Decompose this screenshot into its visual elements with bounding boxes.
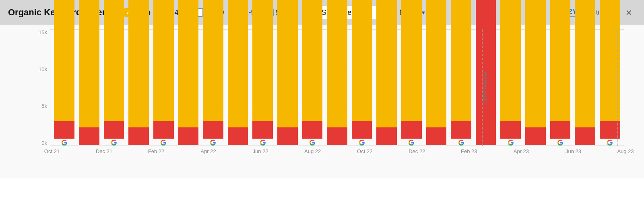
bar-group: [350, 29, 374, 146]
x-label: Oct 22: [353, 148, 376, 154]
bar-stack: [376, 0, 397, 145]
bar-red: [178, 127, 199, 145]
bar-group: [573, 29, 597, 146]
bar-group: [400, 29, 424, 146]
bar-yellow: [277, 0, 298, 127]
close-button[interactable]: ×: [622, 7, 636, 18]
bar-red: [525, 127, 546, 145]
google-icon: [309, 139, 316, 146]
bar-yellow: [500, 0, 521, 121]
bar-stack: [550, 0, 571, 139]
bar-yellow: [550, 0, 571, 121]
bar-yellow: [352, 0, 372, 121]
bar-stack: [302, 0, 323, 139]
y-label-0k: 0k: [28, 140, 50, 146]
bar-yellow: [376, 0, 397, 127]
bar-group: [151, 29, 175, 146]
bar-yellow: [451, 0, 471, 121]
x-label: Oct 21: [41, 148, 63, 154]
bar-red: [550, 121, 571, 139]
serp-annotation-text: SERP features: [483, 72, 490, 103]
bar-yellow: [525, 0, 546, 127]
y-axis: 15k 10k 5k 0k: [28, 29, 50, 146]
google-icon: [160, 139, 167, 146]
google-icon: [61, 139, 68, 146]
x-label: Feb 22: [145, 148, 167, 154]
google-icon: [111, 139, 117, 146]
bar-stack: [525, 0, 546, 145]
x-label: Dec 22: [406, 148, 428, 154]
bar-red: [500, 121, 521, 139]
chart-inner: 15k 10k 5k 0k: [28, 29, 624, 162]
bar-group: [102, 29, 126, 146]
bar-stack: [54, 0, 74, 139]
bar-stack: [128, 0, 149, 145]
bar-yellow: [178, 0, 199, 127]
bar-group: [300, 29, 324, 146]
google-icon: [359, 139, 365, 146]
x-label: Dec 21: [93, 148, 116, 154]
y-label-5k: 5k: [28, 103, 50, 109]
google-icon: [408, 139, 415, 146]
bar-group: [127, 29, 151, 146]
bar-group: [499, 29, 523, 146]
bar-red: [54, 121, 74, 139]
bar-stack: [252, 0, 273, 139]
bar-red: [228, 127, 248, 145]
bar-red: [575, 127, 595, 145]
x-label: Jun 23: [562, 148, 584, 154]
bar-stack: [104, 0, 124, 139]
serp-annotation: SERP features: [482, 29, 490, 146]
y-label-10k: 10k: [28, 66, 50, 72]
bar-stack: [228, 0, 248, 145]
bar-yellow: [128, 0, 149, 127]
bar-group: [52, 29, 76, 146]
bar-stack: [153, 0, 174, 139]
bar-stack: [500, 0, 521, 139]
bar-red: [401, 121, 422, 139]
end-line: [617, 29, 618, 146]
bar-stack: [178, 0, 199, 145]
bar-red: [104, 121, 124, 139]
bar-stack: [401, 0, 422, 139]
bar-red: [426, 127, 447, 145]
bar-stack: [203, 0, 223, 139]
bar-red: [327, 127, 347, 145]
bar-yellow: [252, 0, 273, 121]
bar-yellow: [153, 0, 174, 121]
x-label: Aug 22: [301, 148, 324, 154]
chart-area: 15k 10k 5k 0k: [0, 25, 644, 178]
bar-red: [153, 121, 174, 139]
google-icon: [458, 139, 464, 146]
bar-red: [252, 121, 273, 139]
google-icon: [508, 139, 514, 146]
google-icon: [607, 139, 613, 146]
bar-stack: [327, 0, 347, 145]
bar-red: [451, 121, 471, 139]
bar-group: [226, 29, 250, 146]
bar-red: [277, 127, 298, 145]
x-label: Feb 23: [458, 148, 480, 154]
x-label: Aug 23: [614, 148, 637, 154]
bar-stack: [575, 0, 595, 145]
bar-red: [352, 121, 372, 139]
bar-red: [600, 121, 620, 139]
bars-container: [50, 29, 624, 146]
bar-group: [176, 29, 200, 146]
bar-group: [251, 29, 275, 146]
bar-group: [548, 29, 572, 146]
bar-group: [201, 29, 225, 146]
main-container: Organic Keywords Trend Top 3 4-10 11-20: [0, 0, 644, 213]
bar-yellow: [575, 0, 595, 127]
bar-group: [325, 29, 349, 146]
bar-group: [524, 29, 548, 146]
bar-group: [598, 29, 622, 146]
google-icon: [210, 139, 216, 146]
bar-stack: [277, 0, 298, 145]
bar-stack: [79, 0, 99, 145]
bar-yellow: [104, 0, 124, 121]
bar-red: [128, 127, 149, 145]
bar-yellow: [401, 0, 422, 121]
bar-yellow: [228, 0, 248, 127]
bar-stack: [600, 0, 620, 139]
